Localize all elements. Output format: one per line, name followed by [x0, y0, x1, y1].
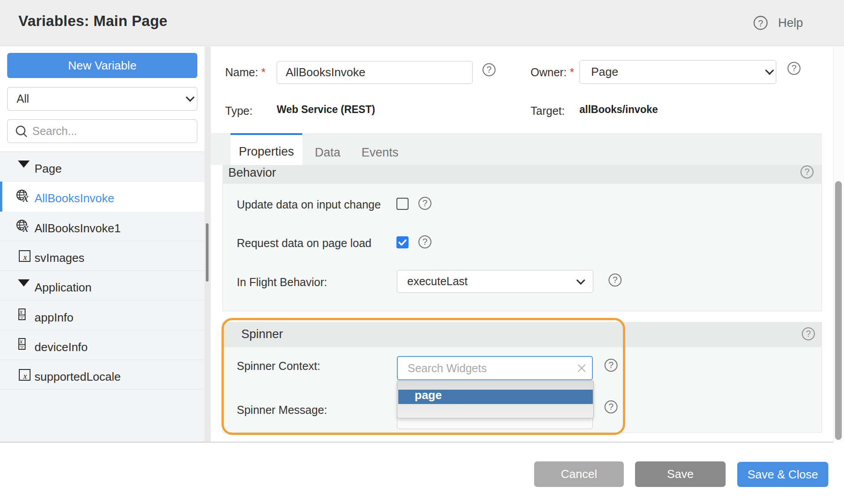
- svg-text:x: x: [19, 308, 23, 315]
- svg-text:x: x: [23, 372, 27, 381]
- svg-text:x: x: [19, 338, 23, 345]
- svg-text:x: x: [22, 191, 29, 204]
- svg-text:x: x: [23, 253, 27, 262]
- svg-text:?: ?: [758, 18, 763, 28]
- svg-text:x: x: [22, 221, 29, 235]
